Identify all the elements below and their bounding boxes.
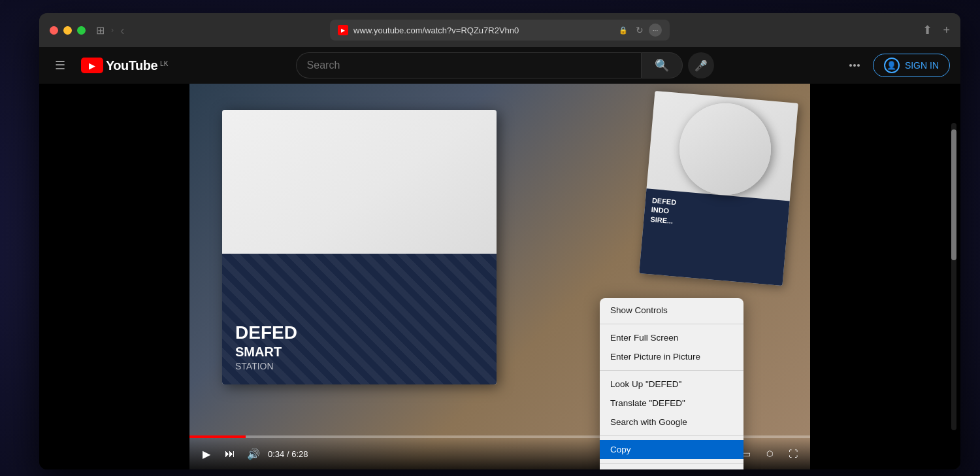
new-tab-button[interactable]: +: [943, 24, 950, 37]
sign-in-label: SIGN IN: [905, 60, 939, 71]
menu-item-translate[interactable]: Translate "DEFED": [600, 394, 743, 413]
sidebar-toggle-icon[interactable]: ⊞: [96, 24, 105, 37]
menu-section-1: Show Controls: [600, 298, 743, 322]
context-menu: Show Controls Enter Full Screen Enter Pi…: [600, 298, 743, 469]
search-input[interactable]: Search: [296, 52, 641, 78]
more-options-button[interactable]: [841, 52, 868, 78]
menu-item-show-controls[interactable]: Show Controls: [600, 301, 743, 320]
traffic-lights: [50, 26, 86, 35]
menu-item-share[interactable]: Share...: [600, 468, 743, 469]
left-panel: [39, 84, 189, 469]
chevron-icon: ›: [111, 26, 114, 35]
youtube-header: ☰ YouTube LK Search 🔍 🎤 👤 SIGN IN: [39, 47, 960, 84]
menu-section-2: Enter Full Screen Enter Picture in Pictu…: [600, 326, 743, 369]
volume-icon: 🔊: [247, 448, 260, 460]
back-button[interactable]: ‹: [120, 23, 125, 38]
header-right-actions: 👤 SIGN IN: [841, 52, 950, 78]
extensions-icon[interactable]: ···: [649, 24, 662, 37]
close-button[interactable]: [50, 26, 58, 35]
video-content-box: DEFED SMART STATION: [222, 110, 497, 384]
site-favicon: [338, 25, 348, 35]
youtube-logo-text: YouTube: [106, 58, 157, 73]
search-icon: 🔍: [655, 58, 669, 73]
maximize-button[interactable]: [77, 26, 86, 35]
secondary-box-bottom: DEFEDINDOSIRE...: [639, 188, 789, 286]
titlebar: ⊞ › ‹ www.youtube.com/watch?v=RQZu7R2Vhn…: [39, 13, 960, 47]
box-subtitle-text: SMART: [235, 345, 297, 360]
box-brand-text: DEFED: [235, 324, 297, 342]
user-icon: 👤: [884, 58, 900, 73]
menu-section-5: Share...: [600, 465, 743, 469]
menu-item-lookup-label: Look Up "DEFED": [610, 379, 681, 389]
nav-controls: ⊞ › ‹: [96, 23, 125, 38]
menu-item-copy-label: Copy: [610, 445, 631, 454]
menu-section-3: Look Up "DEFED" Translate "DEFED" Search…: [600, 372, 743, 434]
skip-icon: ⏭: [225, 448, 235, 460]
scrollbar-thumb[interactable]: [951, 129, 956, 260]
menu-item-lookup[interactable]: Look Up "DEFED": [600, 375, 743, 394]
right-panel: [810, 84, 960, 469]
menu-item-fullscreen[interactable]: Enter Full Screen: [600, 328, 743, 347]
menu-item-search-google-label: Search with Google: [610, 417, 687, 427]
menu-divider-3: [600, 435, 743, 436]
volume-button[interactable]: 🔊: [244, 445, 263, 463]
sign-in-button[interactable]: 👤 SIGN IN: [873, 54, 950, 77]
fullscreen-button[interactable]: ⛶: [784, 445, 802, 463]
menu-item-pip-label: Enter Picture in Picture: [610, 352, 700, 362]
scrollbar[interactable]: [951, 123, 956, 430]
next-button[interactable]: ⏭: [221, 445, 239, 463]
secondary-box-text: DEFEDINDOSIRE...: [650, 196, 783, 235]
url-text: www.youtube.com/watch?v=RQZu7R2Vhn0: [353, 26, 613, 35]
menu-divider-2: [600, 370, 743, 371]
lock-icon: 🔒: [619, 26, 628, 35]
search-button[interactable]: 🔍: [641, 52, 683, 78]
time-display: 0:34 / 6:28: [268, 449, 308, 459]
minimize-button[interactable]: [63, 26, 72, 35]
menu-section-4: Copy: [600, 437, 743, 462]
current-time: 0:34: [268, 449, 284, 459]
menu-divider-1: [600, 324, 743, 324]
hamburger-menu-icon[interactable]: ☰: [50, 53, 71, 78]
airplay-button[interactable]: ⬡: [760, 445, 779, 463]
video-container: DEFED SMART STATION DEFEDINDOSIRE... MAK…: [39, 84, 960, 469]
mic-icon: 🎤: [694, 60, 708, 72]
menu-item-show-controls-label: Show Controls: [610, 305, 668, 315]
reload-icon[interactable]: ↻: [636, 25, 644, 35]
titlebar-right-actions: ⬆ +: [923, 23, 950, 37]
browser-window: ⊞ › ‹ www.youtube.com/watch?v=RQZu7R2Vhn…: [39, 13, 960, 469]
youtube-logo[interactable]: YouTube LK: [81, 58, 168, 73]
search-container: Search 🔍 🎤: [296, 52, 714, 78]
box-text: DEFED SMART STATION: [235, 324, 297, 371]
search-placeholder: Search: [307, 60, 340, 71]
voice-search-button[interactable]: 🎤: [688, 52, 714, 78]
menu-item-pip[interactable]: Enter Picture in Picture: [600, 347, 743, 366]
menu-divider-4: [600, 463, 743, 464]
airplay-icon: ⬡: [766, 449, 773, 458]
menu-item-copy[interactable]: Copy: [600, 440, 743, 459]
earbuds-product: [679, 103, 771, 195]
menu-item-fullscreen-label: Enter Full Screen: [610, 333, 678, 343]
play-icon: ▶: [203, 448, 210, 460]
menu-item-search-google[interactable]: Search with Google: [600, 413, 743, 432]
share-button[interactable]: ⬆: [923, 23, 932, 37]
total-time: 6:28: [291, 449, 308, 459]
play-button[interactable]: ▶: [197, 445, 216, 463]
menu-item-translate-label: Translate "DEFED": [610, 398, 685, 408]
youtube-country-code: LK: [160, 60, 168, 67]
address-bar[interactable]: www.youtube.com/watch?v=RQZu7R2Vhn0 🔒 ↻ …: [330, 20, 670, 41]
fullscreen-icon: ⛶: [789, 449, 798, 459]
box-model-text: STATION: [235, 361, 297, 371]
youtube-logo-icon: [81, 58, 103, 73]
